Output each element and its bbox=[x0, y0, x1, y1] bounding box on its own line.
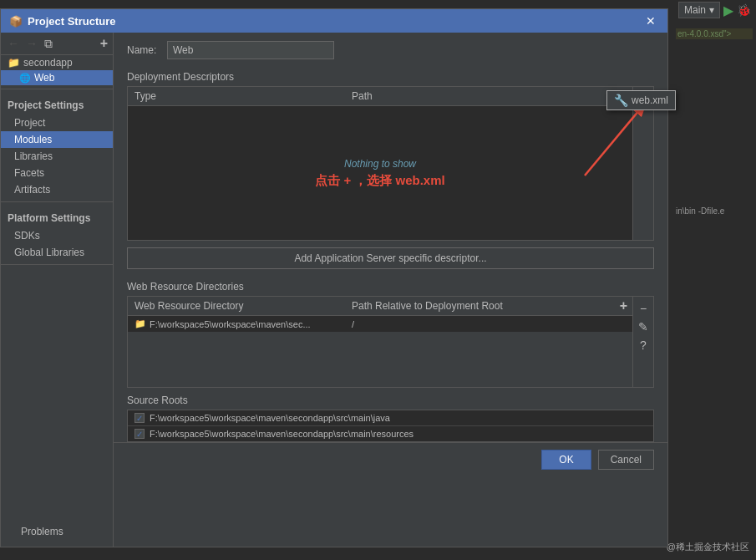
deployment-table-wrapper: Type Path + Nothing to show 点击 + ，选择 web… bbox=[127, 86, 654, 241]
source-roots-table: F:\workspace5\workspace\maven\secondapp\… bbox=[127, 410, 654, 442]
sidebar-navbar: ← → ⧉ + bbox=[1, 33, 113, 55]
wrd-row: 📁 F:\workspace5\workspace\maven\sec... / bbox=[128, 316, 632, 332]
sidebar-item-facets-label: Facets bbox=[14, 167, 44, 179]
source-checkbox-1[interactable] bbox=[134, 413, 145, 423]
wrd-cell-relative: / bbox=[352, 319, 626, 329]
wrd-remove-button[interactable]: − bbox=[635, 300, 652, 317]
web-icon: 🌐 bbox=[19, 73, 31, 84]
run-button[interactable]: ▶ bbox=[723, 3, 733, 18]
name-input[interactable] bbox=[167, 41, 334, 59]
deployment-section-header: Deployment Descriptors bbox=[114, 66, 667, 86]
sidebar-item-modules-label: Modules bbox=[14, 134, 52, 145]
wrd-path-text: F:\workspace5\workspace\maven\sec... bbox=[150, 319, 311, 329]
wrd-col2-header: Path Relative to Deployment Root bbox=[345, 297, 615, 315]
webxml-label: web.xml bbox=[632, 94, 668, 106]
wrd-add-button[interactable]: + bbox=[615, 297, 632, 315]
sidebar-item-project-label: Project bbox=[14, 117, 45, 129]
project-settings-header: Project Settings bbox=[1, 93, 113, 115]
sidebar-item-libraries[interactable]: Libraries bbox=[1, 148, 113, 165]
project-structure-dialog: 📦 Project Structure ✕ ← → ⧉ + 📁 secondap… bbox=[0, 8, 668, 547]
wrd-table-sidebar: − ✎ ? bbox=[632, 297, 653, 387]
cancel-button[interactable]: Cancel bbox=[598, 450, 654, 470]
wrd-edit-button[interactable]: ✎ bbox=[635, 318, 652, 335]
sidebar-divider-1 bbox=[1, 89, 113, 89]
deployment-table-header: Type Path + bbox=[128, 87, 632, 106]
sidebar-item-project[interactable]: Project bbox=[1, 115, 113, 131]
tree-child-label: Web bbox=[34, 72, 54, 84]
sidebar-item-facets[interactable]: Facets bbox=[1, 165, 113, 181]
sidebar-item-modules[interactable]: Modules bbox=[1, 131, 113, 148]
tree-child-item[interactable]: 🌐 Web bbox=[1, 70, 113, 85]
dialog-body: ← → ⧉ + 📁 secondapp 🌐 Web Project Settin… bbox=[1, 33, 667, 547]
name-label: Name: bbox=[127, 44, 160, 56]
dialog-title: 📦 Project Structure bbox=[9, 15, 115, 28]
forward-button[interactable]: → bbox=[24, 37, 39, 50]
webxml-popup: 🔧 web.xml bbox=[606, 90, 676, 110]
copy-button[interactable]: ⧉ bbox=[43, 37, 54, 51]
chevron-icon: ▾ bbox=[709, 4, 714, 16]
sidebar-item-artifacts[interactable]: Artifacts bbox=[1, 181, 113, 198]
source-roots-section: Source Roots F:\workspace5\workspace\mav… bbox=[127, 395, 654, 442]
ide-topbar: Main ▾ ▶ 🐞 bbox=[673, 0, 756, 20]
col-path-header: Path bbox=[345, 87, 615, 105]
ok-button[interactable]: OK bbox=[541, 450, 591, 470]
dialog-title-text: Project Structure bbox=[28, 15, 115, 28]
sidebar-item-problems[interactable]: Problems bbox=[8, 523, 106, 540]
sidebar-divider-3 bbox=[1, 264, 113, 265]
wrd-table-wrapper: Web Resource Directory Path Relative to … bbox=[127, 296, 654, 388]
main-content: Name: Deployment Descriptors Type Path +… bbox=[114, 33, 667, 547]
wrd-folder-icon: 📁 bbox=[134, 318, 146, 329]
add-button[interactable]: + bbox=[100, 36, 108, 51]
dialog-icon: 📦 bbox=[9, 15, 23, 28]
source-path-1: F:\workspace5\workspace\maven\secondapp\… bbox=[150, 413, 390, 423]
sidebar-item-sdks-label: SDKs bbox=[14, 230, 40, 242]
dialog-close-button[interactable]: ✕ bbox=[642, 14, 659, 28]
problems-label: Problems bbox=[21, 526, 63, 537]
deployment-table-body: Nothing to show 点击 + ，选择 web.xml bbox=[128, 106, 632, 240]
platform-settings-header: Platform Settings bbox=[1, 206, 113, 227]
main-dropdown[interactable]: Main ▾ bbox=[678, 2, 720, 18]
sidebar-item-global-libraries[interactable]: Global Libraries bbox=[1, 244, 113, 261]
deployment-table-main: Type Path + Nothing to show 点击 + ，选择 web… bbox=[128, 87, 632, 240]
debug-button[interactable]: 🐞 bbox=[737, 3, 751, 17]
sidebar-item-libraries-label: Libraries bbox=[14, 150, 53, 162]
tree-parent-label: secondapp bbox=[23, 57, 73, 69]
cmd-line: in\bin -Dfile.e bbox=[676, 206, 753, 216]
folder-icon: 📁 bbox=[8, 57, 20, 69]
source-row-2: F:\workspace5\workspace\maven\secondapp\… bbox=[128, 425, 653, 441]
sidebar-divider-2 bbox=[1, 201, 113, 202]
wrd-help-button[interactable]: ? bbox=[635, 337, 652, 354]
add-server-button[interactable]: Add Application Server specific descript… bbox=[127, 247, 654, 269]
sidebar-item-sdks[interactable]: SDKs bbox=[1, 227, 113, 244]
wrd-col1-header: Web Resource Directory bbox=[128, 297, 345, 315]
problems-section: Problems bbox=[1, 517, 113, 547]
annotation-text: 点击 + ，选择 web.xml bbox=[315, 173, 444, 189]
wrd-header: Web Resource Directory Path Relative to … bbox=[128, 297, 632, 316]
sidebar-item-global-libraries-label: Global Libraries bbox=[14, 247, 84, 258]
editor-line-1: en-4.0.0.xsd"> bbox=[676, 28, 753, 39]
source-row-1: F:\workspace5\workspace\maven\secondapp\… bbox=[128, 410, 653, 425]
nothing-to-show-text: Nothing to show bbox=[344, 158, 416, 170]
col-type-header: Type bbox=[128, 87, 345, 105]
name-row: Name: bbox=[114, 33, 667, 66]
web-resource-section-header: Web Resource Directories bbox=[114, 276, 667, 296]
main-label: Main bbox=[684, 4, 706, 16]
dialog-titlebar: 📦 Project Structure ✕ bbox=[1, 9, 667, 33]
tree-parent-item[interactable]: 📁 secondapp bbox=[1, 55, 113, 70]
source-roots-header: Source Roots bbox=[127, 395, 654, 406]
source-checkbox-2[interactable] bbox=[134, 429, 145, 439]
webxml-icon: 🔧 bbox=[614, 94, 628, 107]
wrd-table-main: Web Resource Directory Path Relative to … bbox=[128, 297, 632, 387]
back-button[interactable]: ← bbox=[6, 37, 21, 50]
wrd-cell-path: 📁 F:\workspace5\workspace\maven\sec... bbox=[134, 318, 352, 329]
source-path-2: F:\workspace5\workspace\maven\secondapp\… bbox=[150, 429, 414, 439]
sidebar: ← → ⧉ + 📁 secondapp 🌐 Web Project Settin… bbox=[1, 33, 114, 547]
sidebar-item-artifacts-label: Artifacts bbox=[14, 184, 50, 196]
editor-background: en-4.0.0.xsd"> in\bin -Dfile.e bbox=[672, 25, 756, 560]
watermark: @稀土掘金技术社区 bbox=[667, 541, 749, 553]
dialog-footer: OK Cancel bbox=[114, 442, 667, 476]
